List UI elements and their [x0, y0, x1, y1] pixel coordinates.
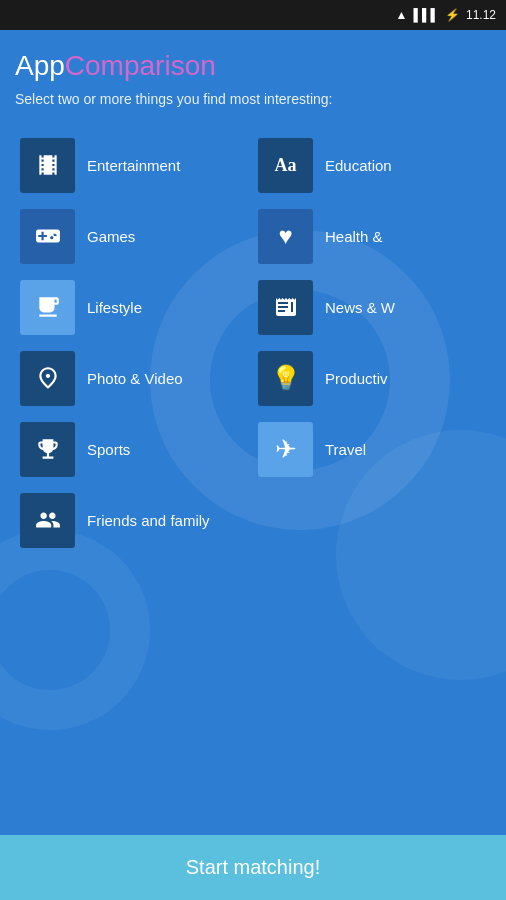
status-bar: ▲ ▌▌▌ ⚡ 11.12 [0, 0, 506, 30]
signal-icon: ▌▌▌ [413, 8, 439, 22]
category-entertainment[interactable]: Entertainment [15, 130, 253, 201]
category-health[interactable]: ♥ Health & [253, 201, 491, 272]
main-content: AppComparison Select two or more things … [0, 30, 506, 556]
photo-video-icon [20, 351, 75, 406]
start-matching-label: Start matching! [186, 856, 321, 879]
category-travel[interactable]: ✈ Travel [253, 414, 491, 485]
education-label: Education [325, 157, 392, 174]
title-comparison: Comparison [65, 50, 216, 81]
right-column: Aa Education ♥ Health & News & W 💡 Produ… [253, 130, 491, 556]
category-productivity[interactable]: 💡 Productiv [253, 343, 491, 414]
friends-family-label: Friends and family [87, 512, 210, 529]
games-icon [20, 209, 75, 264]
productivity-icon: 💡 [258, 351, 313, 406]
wifi-icon: ▲ [396, 8, 408, 22]
battery-icon: ⚡ [445, 8, 460, 22]
category-education[interactable]: Aa Education [253, 130, 491, 201]
sports-label: Sports [87, 441, 130, 458]
travel-icon: ✈ [258, 422, 313, 477]
categories-grid: Entertainment Games Lifestyle Photo & Vi… [15, 130, 491, 556]
start-matching-button[interactable]: Start matching! [0, 835, 506, 900]
category-photo-video[interactable]: Photo & Video [15, 343, 253, 414]
photo-video-label: Photo & Video [87, 370, 183, 387]
education-icon: Aa [258, 138, 313, 193]
app-title: AppComparison [15, 50, 491, 82]
news-icon [258, 280, 313, 335]
subtitle: Select two or more things you find most … [15, 90, 491, 110]
category-news[interactable]: News & W [253, 272, 491, 343]
sports-icon [20, 422, 75, 477]
news-label: News & W [325, 299, 395, 316]
left-column: Entertainment Games Lifestyle Photo & Vi… [15, 130, 253, 556]
category-sports[interactable]: Sports [15, 414, 253, 485]
travel-label: Travel [325, 441, 366, 458]
entertainment-label: Entertainment [87, 157, 180, 174]
health-label: Health & [325, 228, 383, 245]
friends-family-icon [20, 493, 75, 548]
lifestyle-label: Lifestyle [87, 299, 142, 316]
productivity-label: Productiv [325, 370, 388, 387]
lifestyle-icon [20, 280, 75, 335]
category-lifestyle[interactable]: Lifestyle [15, 272, 253, 343]
time-display: 11.12 [466, 8, 496, 22]
category-games[interactable]: Games [15, 201, 253, 272]
games-label: Games [87, 228, 135, 245]
health-icon: ♥ [258, 209, 313, 264]
entertainment-icon [20, 138, 75, 193]
title-app: App [15, 50, 65, 81]
category-friends-family[interactable]: Friends and family [15, 485, 253, 556]
